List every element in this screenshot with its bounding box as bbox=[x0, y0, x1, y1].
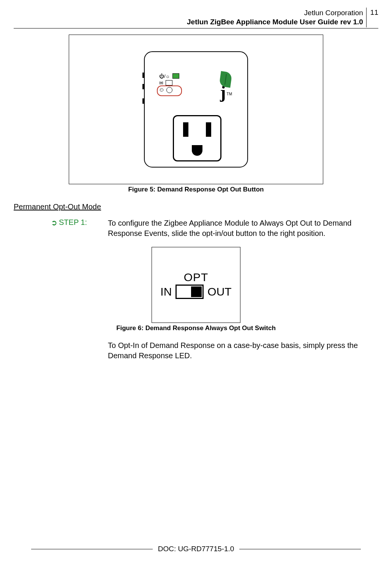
page-footer: DOC: UG-RD77715-1.0 bbox=[0, 545, 392, 553]
opt-switch-row: IN OUT bbox=[160, 285, 231, 299]
device-illustration: ⏻/☼ ✉ ⏲ jTM bbox=[144, 51, 248, 168]
figure-5-caption: Figure 5: Demand Response Opt Out Button bbox=[14, 186, 378, 193]
message-icon: ✉ bbox=[159, 80, 163, 86]
outlet-slot bbox=[206, 122, 211, 137]
step-1-row: ➲ STEP 1: To configure the Zigbee Applia… bbox=[51, 218, 371, 239]
opt-in-note: To Opt-In of Demand Response on a case-b… bbox=[108, 340, 371, 361]
ac-outlet-illustration bbox=[173, 115, 221, 161]
page-number: 11 bbox=[367, 8, 378, 17]
figure-6-frame: OPT IN OUT bbox=[152, 247, 240, 323]
step-1-text: To configure the Zigbee Appliance Module… bbox=[108, 218, 371, 239]
header-rule bbox=[14, 28, 378, 28]
opt-label-in: IN bbox=[160, 285, 172, 298]
indicator-message-row: ✉ bbox=[159, 80, 172, 86]
footer-rule-left bbox=[31, 549, 153, 549]
jetlun-logo: jTM bbox=[220, 72, 232, 100]
figure-5-frame: ⏻/☼ ✉ ⏲ jTM bbox=[69, 35, 323, 184]
arrow-right-icon: ➲ bbox=[51, 218, 57, 227]
opt-label-out: OUT bbox=[207, 285, 231, 298]
header-title-block: Jetlun Corporation Jetlun ZigBee Applian… bbox=[187, 8, 367, 27]
footer-rule-right bbox=[239, 549, 361, 549]
opt-switch-knob bbox=[191, 286, 202, 297]
power-icon: ⏻/☼ bbox=[159, 73, 170, 79]
logo-j-letter: jTM bbox=[220, 87, 232, 100]
device-prong bbox=[142, 84, 145, 89]
page-header: Jetlun Corporation Jetlun ZigBee Applian… bbox=[14, 8, 378, 27]
section-heading: Permanent Opt-Out Mode bbox=[14, 202, 378, 211]
device-prong bbox=[142, 73, 145, 78]
opt-switch bbox=[175, 285, 204, 299]
step-1-label: ➲ STEP 1: bbox=[51, 218, 108, 227]
opt-label-top: OPT bbox=[160, 271, 231, 284]
message-led bbox=[166, 80, 172, 85]
figure-6-caption: Figure 6: Demand Response Always Opt Out… bbox=[14, 324, 378, 332]
header-company: Jetlun Corporation bbox=[187, 8, 363, 17]
footer-doc-id: DOC: UG-RD77715-1.0 bbox=[158, 545, 234, 553]
opt-out-highlight-ring bbox=[157, 85, 182, 96]
power-led bbox=[172, 73, 179, 79]
indicator-power-row: ⏻/☼ bbox=[159, 73, 179, 79]
header-doc-title: Jetlun ZigBee Appliance Module User Guid… bbox=[187, 17, 363, 27]
outlet-slot bbox=[183, 122, 188, 137]
outlet-ground bbox=[192, 145, 202, 156]
device-prong bbox=[142, 98, 145, 104]
opt-switch-illustration: OPT IN OUT bbox=[160, 271, 231, 299]
step-1-label-text: STEP 1: bbox=[59, 218, 87, 227]
